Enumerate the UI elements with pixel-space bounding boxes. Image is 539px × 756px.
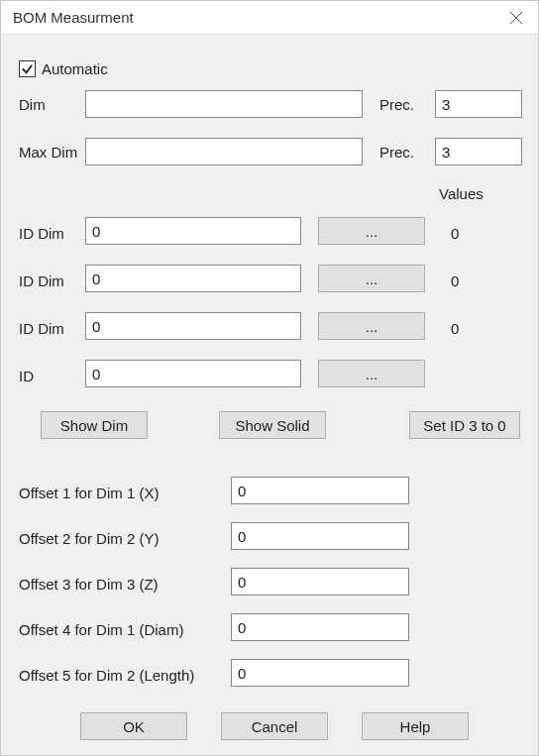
ok-button[interactable]: OK <box>80 712 187 740</box>
titlebar: BOM Measurment <box>1 1 538 35</box>
bom-measurement-dialog: BOM Measurment Automatic Dim Prec. Max D… <box>0 0 539 756</box>
id-row-input[interactable] <box>85 360 301 387</box>
offset-input[interactable] <box>231 659 409 687</box>
id-row-label: ID Dim <box>19 272 64 289</box>
id-row-input[interactable] <box>85 265 301 292</box>
id-row-label: ID Dim <box>19 320 64 337</box>
offset-input[interactable] <box>231 477 409 504</box>
offset-label: Offset 2 for Dim 2 (Y) <box>19 530 159 547</box>
id-row-input[interactable] <box>85 312 301 340</box>
automatic-label: Automatic <box>42 60 108 77</box>
automatic-checkbox[interactable]: Automatic <box>19 60 108 77</box>
offset-label: Offset 3 for Dim 3 (Z) <box>19 576 159 593</box>
dim-prec-input[interactable] <box>435 90 522 118</box>
show-solid-button[interactable]: Show Solid <box>219 411 326 439</box>
id-row-value: 0 <box>451 320 459 337</box>
id-row-value: 0 <box>451 225 459 242</box>
offset-input[interactable] <box>231 522 409 550</box>
id-row-label: ID Dim <box>19 225 64 242</box>
help-button[interactable]: Help <box>362 712 469 740</box>
checkmark-icon <box>19 60 36 77</box>
id-row-browse-button[interactable]: ... <box>318 360 425 387</box>
cancel-button[interactable]: Cancel <box>221 712 328 740</box>
id-row-label: ID <box>19 368 34 384</box>
offset-label: Offset 1 for Dim 1 (X) <box>19 485 159 501</box>
show-dim-button[interactable]: Show Dim <box>41 411 148 439</box>
dim-label: Dim <box>19 96 46 113</box>
window-title: BOM Measurment <box>13 9 134 26</box>
dim-input[interactable] <box>85 90 363 118</box>
offset-label: Offset 4 for Dim 1 (Diam) <box>19 621 183 638</box>
maxdim-label: Max Dim <box>19 144 77 161</box>
maxdim-prec-input[interactable] <box>435 138 522 165</box>
values-header: Values <box>439 185 484 202</box>
offset-label: Offset 5 for Dim 2 (Length) <box>19 667 194 684</box>
offset-input[interactable] <box>231 613 409 641</box>
id-row-browse-button[interactable]: ... <box>318 265 425 292</box>
close-icon <box>510 12 522 24</box>
close-button[interactable] <box>493 1 538 35</box>
set-id-button[interactable]: Set ID 3 to 0 <box>409 411 520 439</box>
id-row-input[interactable] <box>85 217 301 245</box>
dim-prec-label: Prec. <box>379 96 414 113</box>
maxdim-input[interactable] <box>85 138 363 165</box>
maxdim-prec-label: Prec. <box>379 144 414 161</box>
id-row-browse-button[interactable]: ... <box>318 312 425 340</box>
id-row-value: 0 <box>451 272 459 289</box>
id-row-browse-button[interactable]: ... <box>318 217 425 245</box>
offset-input[interactable] <box>231 568 409 595</box>
